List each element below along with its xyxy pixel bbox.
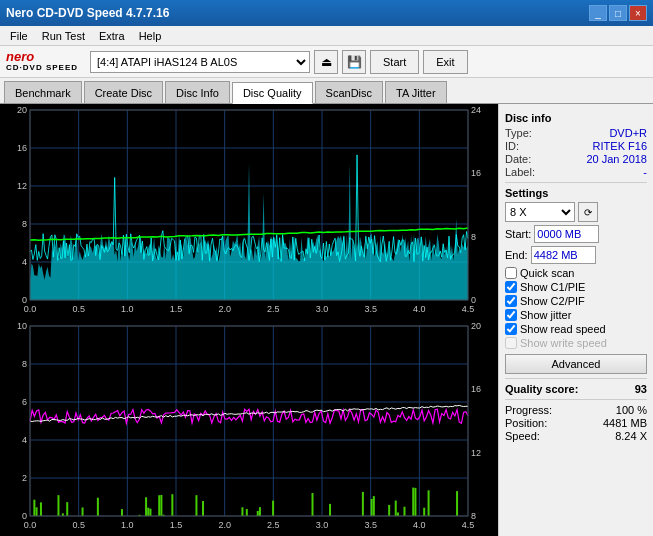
exit-button[interactable]: Exit [423, 50, 467, 74]
advanced-button[interactable]: Advanced [505, 354, 647, 374]
tab-ta-jitter[interactable]: TA Jitter [385, 81, 447, 103]
progress-row: Progress: 100 % [505, 404, 647, 416]
disc-label-value: - [643, 166, 647, 178]
toolbar: nero CD·DVD SPEED [4:4] ATAPI iHAS124 B … [0, 46, 653, 78]
show-jitter-row: Show jitter [505, 309, 647, 321]
minimize-button[interactable]: _ [589, 5, 607, 21]
quick-scan-checkbox[interactable] [505, 267, 517, 279]
speed-row: 8 X ⟳ [505, 202, 647, 222]
window-controls[interactable]: _ □ × [589, 5, 647, 21]
quality-score-value: 93 [635, 383, 647, 395]
show-read-speed-checkbox[interactable] [505, 323, 517, 335]
disc-type-value: DVD+R [609, 127, 647, 139]
show-jitter-checkbox[interactable] [505, 309, 517, 321]
menu-extra[interactable]: Extra [93, 28, 131, 44]
end-mb-row: End: [505, 246, 647, 264]
settings-title: Settings [505, 187, 647, 199]
tab-disc-quality[interactable]: Disc Quality [232, 82, 313, 104]
close-button[interactable]: × [629, 5, 647, 21]
disc-label-label: Label: [505, 166, 535, 178]
title-bar: Nero CD-DVD Speed 4.7.7.16 _ □ × [0, 0, 653, 26]
bottom-chart [0, 320, 498, 536]
nero-logo: nero CD·DVD SPEED [6, 50, 78, 73]
disc-id-label: ID: [505, 140, 519, 152]
divider-3 [505, 399, 647, 400]
show-write-speed-row: Show write speed [505, 337, 647, 349]
disc-label-row: Label: - [505, 166, 647, 178]
menu-run-test[interactable]: Run Test [36, 28, 91, 44]
menu-file[interactable]: File [4, 28, 34, 44]
show-jitter-label: Show jitter [520, 309, 571, 321]
show-write-speed-label: Show write speed [520, 337, 607, 349]
divider-1 [505, 182, 647, 183]
drive-select[interactable]: [4:4] ATAPI iHAS124 B AL0S [90, 51, 310, 73]
menu-help[interactable]: Help [133, 28, 168, 44]
start-mb-row: Start: [505, 225, 647, 243]
show-read-speed-row: Show read speed [505, 323, 647, 335]
quality-score-label: Quality score: [505, 383, 578, 395]
disc-type-label: Type: [505, 127, 532, 139]
chart-area [0, 104, 498, 536]
show-c2pif-row: Show C2/PIF [505, 295, 647, 307]
show-c1pie-label: Show C1/PIE [520, 281, 585, 293]
speed-label: Speed: [505, 430, 540, 442]
disc-id-value: RITEK F16 [593, 140, 647, 152]
progress-label: Progress: [505, 404, 552, 416]
disc-date-value: 20 Jan 2018 [586, 153, 647, 165]
tab-create-disc[interactable]: Create Disc [84, 81, 163, 103]
tab-disc-info[interactable]: Disc Info [165, 81, 230, 103]
show-c2pif-checkbox[interactable] [505, 295, 517, 307]
show-write-speed-checkbox[interactable] [505, 337, 517, 349]
start-mb-input[interactable] [534, 225, 599, 243]
quality-score-row: Quality score: 93 [505, 383, 647, 395]
save-button[interactable]: 💾 [342, 50, 366, 74]
tabs-bar: Benchmark Create Disc Disc Info Disc Qua… [0, 78, 653, 104]
speed-value: 8.24 X [615, 430, 647, 442]
show-c1pie-checkbox[interactable] [505, 281, 517, 293]
show-c2pif-label: Show C2/PIF [520, 295, 585, 307]
menu-bar: File Run Test Extra Help [0, 26, 653, 46]
settings-icon-btn[interactable]: ⟳ [578, 202, 598, 222]
speed-row-2: Speed: 8.24 X [505, 430, 647, 442]
tab-scan-disc[interactable]: ScanDisc [315, 81, 383, 103]
show-c1pie-row: Show C1/PIE [505, 281, 647, 293]
right-panel: Disc info Type: DVD+R ID: RITEK F16 Date… [498, 104, 653, 536]
end-mb-input[interactable] [531, 246, 596, 264]
start-button[interactable]: Start [370, 50, 419, 74]
show-read-speed-label: Show read speed [520, 323, 606, 335]
main-content: Disc info Type: DVD+R ID: RITEK F16 Date… [0, 104, 653, 536]
position-row: Position: 4481 MB [505, 417, 647, 429]
maximize-button[interactable]: □ [609, 5, 627, 21]
divider-2 [505, 378, 647, 379]
disc-date-row: Date: 20 Jan 2018 [505, 153, 647, 165]
tab-benchmark[interactable]: Benchmark [4, 81, 82, 103]
quick-scan-label: Quick scan [520, 267, 574, 279]
window-title: Nero CD-DVD Speed 4.7.7.16 [6, 6, 169, 20]
end-mb-label: End: [505, 249, 528, 261]
disc-id-row: ID: RITEK F16 [505, 140, 647, 152]
disc-info-title: Disc info [505, 112, 647, 124]
eject-button[interactable]: ⏏ [314, 50, 338, 74]
speed-select[interactable]: 8 X [505, 202, 575, 222]
position-value: 4481 MB [603, 417, 647, 429]
disc-date-label: Date: [505, 153, 531, 165]
start-mb-label: Start: [505, 228, 531, 240]
disc-type-row: Type: DVD+R [505, 127, 647, 139]
top-chart [0, 104, 498, 320]
position-label: Position: [505, 417, 547, 429]
quick-scan-row: Quick scan [505, 267, 647, 279]
progress-value: 100 % [616, 404, 647, 416]
